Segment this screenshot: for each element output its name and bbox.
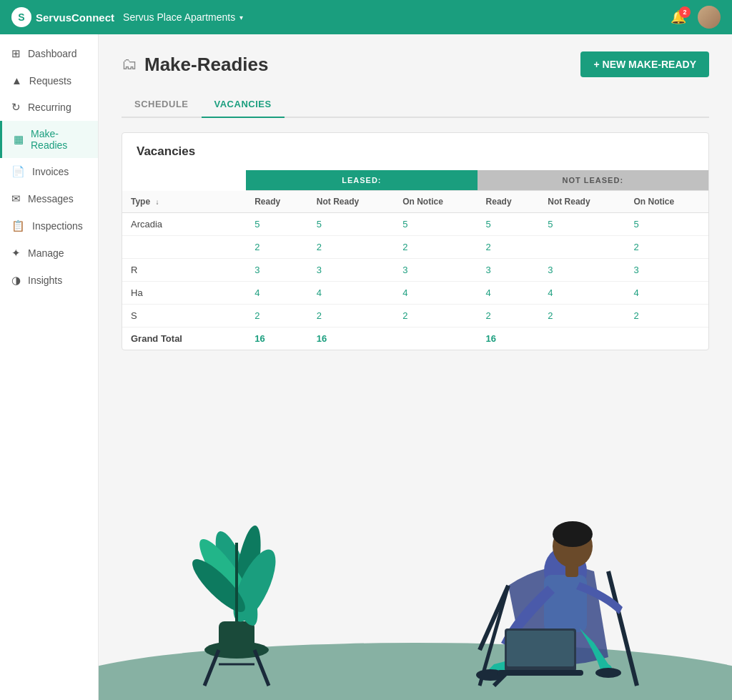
leased-not-ready-cell: 4 bbox=[308, 282, 394, 305]
nl-ready-header: Ready bbox=[478, 191, 540, 213]
svg-point-6 bbox=[225, 544, 285, 628]
leased-not-ready-header: Not Ready bbox=[308, 191, 394, 213]
leased-not-ready-cell: 2 bbox=[308, 236, 394, 259]
svg-point-18 bbox=[476, 669, 505, 681]
leased-ready-cell: 5 bbox=[246, 213, 308, 236]
messages-icon: ✉ bbox=[11, 192, 21, 205]
nl-not-ready-cell: 2 bbox=[539, 305, 625, 327]
leased-on-notice-cell: 5 bbox=[394, 213, 477, 236]
dashboard-icon: ⊞ bbox=[11, 47, 21, 60]
nl-not-ready-header: Not Ready bbox=[539, 191, 625, 213]
new-make-ready-button[interactable]: + NEW MAKE-READY bbox=[580, 51, 709, 77]
sidebar-item-label: Manage bbox=[28, 247, 64, 259]
inspections-icon: 📋 bbox=[11, 220, 25, 232]
main-content: 🗂 Make-Readies + NEW MAKE-READY SCHEDULE… bbox=[99, 34, 732, 700]
column-header-row: Type ↓ Ready Not Ready On Notice Ready N… bbox=[122, 191, 708, 213]
nl-not-ready-cell bbox=[539, 327, 625, 350]
sidebar-item-make-readies[interactable]: ▦ Make-Readies bbox=[0, 121, 98, 158]
logo-icon: S bbox=[11, 7, 31, 27]
sidebar-item-messages[interactable]: ✉ Messages bbox=[0, 185, 98, 212]
content-layer: 🗂 Make-Readies + NEW MAKE-READY SCHEDULE… bbox=[122, 51, 709, 350]
leased-not-ready-cell: 3 bbox=[308, 259, 394, 282]
sidebar-item-label: Insights bbox=[28, 275, 62, 286]
sidebar-item-manage[interactable]: ✦ Manage bbox=[0, 240, 98, 267]
group-header-row: LEASED: NOT LEASED: bbox=[122, 170, 708, 191]
invoices-icon: 📄 bbox=[11, 165, 25, 178]
nl-not-ready-cell bbox=[539, 236, 625, 259]
nl-on-notice-header: On Notice bbox=[625, 191, 708, 213]
svg-point-7 bbox=[186, 553, 252, 618]
logo-text: ServusConnect bbox=[36, 11, 114, 24]
nl-not-ready-cell: 5 bbox=[539, 213, 625, 236]
svg-point-4 bbox=[229, 523, 266, 618]
recurring-icon: ↻ bbox=[11, 101, 21, 114]
sidebar-item-insights[interactable]: ◑ Insights bbox=[0, 267, 98, 294]
topnav-right: 🔔 2 bbox=[671, 6, 721, 29]
property-selector[interactable]: Servus Place Apartments ▾ bbox=[123, 11, 243, 23]
nl-on-notice-cell: 3 bbox=[625, 259, 708, 282]
svg-line-14 bbox=[480, 586, 508, 650]
svg-point-16 bbox=[544, 546, 587, 596]
table-row: S222222 bbox=[122, 305, 708, 327]
leased-ready-cell: 2 bbox=[246, 305, 308, 327]
avatar[interactable] bbox=[698, 6, 721, 29]
sidebar-item-label: Make-Readies bbox=[31, 128, 86, 151]
insights-icon: ◑ bbox=[11, 274, 21, 287]
not-leased-group-header: NOT LEASED: bbox=[478, 170, 708, 191]
leased-on-notice-cell: 3 bbox=[394, 259, 477, 282]
nl-ready-cell: 2 bbox=[478, 305, 540, 327]
table-row: Grand Total161616 bbox=[122, 327, 708, 350]
svg-point-3 bbox=[207, 527, 266, 630]
sidebar-item-label: Messages bbox=[28, 193, 74, 204]
svg-rect-22 bbox=[498, 670, 583, 676]
nl-on-notice-cell: 2 bbox=[625, 305, 708, 327]
svg-line-9 bbox=[204, 650, 219, 686]
type-cell: Ha bbox=[122, 282, 246, 305]
chevron-down-icon: ▾ bbox=[239, 14, 243, 21]
type-cell bbox=[122, 236, 246, 259]
svg-point-5 bbox=[192, 533, 259, 617]
svg-point-19 bbox=[595, 668, 621, 678]
svg-point-24 bbox=[553, 521, 593, 547]
vacancies-table-card: Vacancies LEASED: NOT LEASED: Type ↓ bbox=[122, 132, 709, 350]
svg-point-0 bbox=[99, 643, 732, 700]
sidebar-item-requests[interactable]: ▲ Requests bbox=[0, 67, 98, 94]
sidebar-item-invoices[interactable]: 📄 Invoices bbox=[0, 158, 98, 185]
svg-rect-2 bbox=[219, 621, 254, 651]
page-title: Make-Readies bbox=[144, 54, 268, 76]
avatar-image bbox=[698, 6, 721, 29]
table-row: Arcadia555555 bbox=[122, 213, 708, 236]
table-row: R333333 bbox=[122, 259, 708, 282]
nl-not-ready-cell: 3 bbox=[539, 259, 625, 282]
vacancies-section-title: Vacancies bbox=[122, 133, 708, 170]
leased-not-ready-cell: 16 bbox=[308, 327, 394, 350]
nl-on-notice-cell: 2 bbox=[625, 236, 708, 259]
sidebar-item-label: Invoices bbox=[32, 166, 69, 177]
leased-on-notice-cell bbox=[394, 327, 477, 350]
svg-rect-17 bbox=[544, 575, 587, 632]
illustration bbox=[99, 400, 732, 700]
sidebar-item-inspections[interactable]: 📋 Inspections bbox=[0, 212, 98, 240]
table-row: 22222 bbox=[122, 236, 708, 259]
sidebar-item-recurring[interactable]: ↻ Recurring bbox=[0, 94, 98, 121]
nl-not-ready-cell: 4 bbox=[539, 282, 625, 305]
nl-ready-cell: 3 bbox=[478, 259, 540, 282]
notifications-button[interactable]: 🔔 2 bbox=[671, 9, 686, 25]
leased-on-notice-cell: 2 bbox=[394, 236, 477, 259]
svg-line-10 bbox=[254, 650, 269, 686]
svg-point-23 bbox=[553, 525, 593, 568]
sidebar-item-dashboard[interactable]: ⊞ Dashboard bbox=[0, 40, 98, 67]
type-column-header[interactable]: Type ↓ bbox=[122, 191, 246, 213]
tab-schedule[interactable]: SCHEDULE bbox=[122, 92, 202, 118]
page-title-area: 🗂 Make-Readies bbox=[122, 54, 268, 76]
sort-icon: ↓ bbox=[155, 198, 159, 206]
requests-icon: ▲ bbox=[11, 74, 22, 87]
leased-on-notice-cell: 2 bbox=[394, 305, 477, 327]
leased-group-header: LEASED: bbox=[246, 170, 477, 191]
leased-ready-cell: 3 bbox=[246, 259, 308, 282]
logo[interactable]: S ServusConnect bbox=[11, 7, 114, 27]
make-readies-page-icon: 🗂 bbox=[122, 55, 137, 74]
tab-vacancies[interactable]: VACANCIES bbox=[202, 92, 285, 118]
svg-line-13 bbox=[494, 657, 523, 686]
sidebar-item-label: Requests bbox=[29, 75, 71, 87]
